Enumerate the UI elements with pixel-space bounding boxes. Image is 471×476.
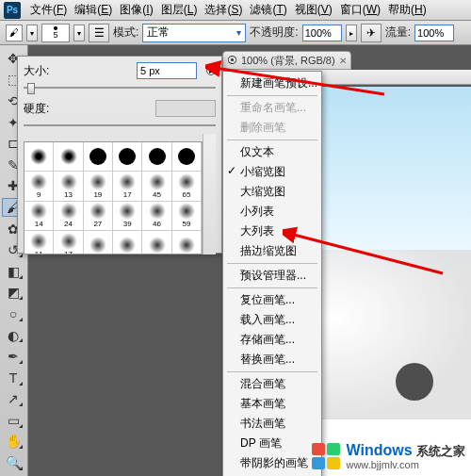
tool-rect[interactable]: ▭ (2, 411, 24, 430)
brush-preset-cell[interactable] (84, 231, 113, 254)
brush-hardness-input[interactable] (155, 100, 216, 117)
brush-hardness-slider[interactable] (24, 121, 216, 130)
brush-preset-cell[interactable]: 59 (172, 202, 202, 231)
brush-preset-cell[interactable]: 19 (84, 172, 113, 201)
brush-preset-picker[interactable]: 5 (41, 24, 70, 42)
menu-item[interactable]: ✓小缩览图 (223, 162, 321, 182)
menu-item[interactable]: 小列表 (223, 202, 321, 222)
menu-item[interactable]: 书法画笔 (223, 414, 321, 434)
brush-preset-cell[interactable] (142, 142, 171, 172)
menu-s[interactable]: 选择(S) (201, 2, 246, 18)
brush-preset-cell[interactable] (84, 142, 113, 172)
document-tab[interactable]: ⦿ 100% (背景, RGB/8) ✕ (222, 51, 351, 70)
brush-preset-cell[interactable] (172, 142, 202, 172)
menubar: Ps 文件(F)编辑(E)图像(I)图层(L)选择(S)滤镜(T)视图(V)窗口… (0, 0, 471, 21)
brush-preset-cell[interactable] (24, 142, 54, 172)
brush-preset-cell[interactable]: 11 (24, 231, 54, 254)
app-logo: Ps (4, 2, 21, 19)
menu-item[interactable]: 基本画笔 (223, 394, 321, 414)
brush-panel-toggle[interactable]: ☰ (89, 24, 109, 42)
brush-preset-cell[interactable]: 27 (84, 202, 113, 231)
scrollbar[interactable] (203, 134, 216, 254)
opacity-arrow[interactable]: ▸ (346, 25, 357, 41)
brush-preset-cell[interactable]: 24 (54, 202, 83, 231)
menu-item[interactable]: 替换画笔 (223, 350, 321, 369)
menu-item[interactable]: 载入画笔 (223, 310, 321, 330)
menu-item[interactable]: 混合画笔 (223, 374, 321, 394)
opacity-label: 不透明度: (250, 25, 298, 41)
flow-label: 流量: (385, 25, 411, 41)
brush-preset-cell[interactable]: 46 (142, 202, 171, 231)
tool-pen[interactable]: ✒ (2, 347, 24, 366)
tool-hand[interactable]: ✋ (2, 433, 24, 451)
menu-item[interactable]: 预设管理器 (223, 266, 321, 286)
menu-item[interactable]: 存储画笔 (223, 330, 321, 350)
brush-preset-cell[interactable]: 17 (113, 172, 142, 201)
menu-f[interactable]: 文件(F) (26, 2, 71, 18)
menu-item[interactable]: 带阴影的画笔 (223, 453, 321, 473)
airbrush-toggle[interactable]: ✈ (361, 24, 382, 42)
brush-preset-cell[interactable]: 9 (24, 172, 54, 201)
tool-type[interactable]: T (2, 369, 24, 387)
mode-label: 模式: (113, 25, 138, 41)
menu-separator (227, 287, 317, 288)
menu-w[interactable]: 窗口(W) (336, 2, 384, 18)
tool-eraser[interactable]: ◧ (2, 262, 24, 281)
menu-item[interactable]: 大列表 (223, 222, 321, 241)
tool-zoom[interactable]: 🔍 (2, 453, 24, 472)
tool-dodge[interactable]: ◐ (2, 326, 24, 345)
watermark-logo-icon (312, 443, 340, 469)
tool-preset-dropdown[interactable]: ▾ (26, 25, 38, 41)
tool-blur[interactable]: ○ (2, 304, 24, 323)
document-title: 100% (背景, RGB/8) (241, 54, 335, 68)
menu-v[interactable]: 视图(V) (291, 2, 336, 18)
brush-size-number: 5 (53, 31, 57, 40)
brush-preset-cell[interactable]: 45 (142, 172, 171, 201)
menu-h[interactable]: 帮助(H) (384, 2, 430, 18)
tool-gradient[interactable]: ◩ (2, 284, 24, 303)
menu-e[interactable]: 编辑(E) (71, 2, 116, 18)
menu-l[interactable]: 图层(L) (157, 2, 202, 18)
tool-preset-picker[interactable]: 🖌 (6, 25, 23, 41)
brush-preset-popup: 大小: 5 px ▸ 硬度: 9131917456514242739465911… (17, 56, 222, 254)
brush-preset-dropdown[interactable]: ▾ (73, 25, 85, 41)
menu-item[interactable]: 大缩览图 (223, 182, 321, 202)
menu-item[interactable]: 新建画笔预设 (223, 74, 321, 93)
menu-separator (227, 140, 317, 140)
brush-hardness-label: 硬度: (24, 101, 59, 117)
menu-separator (227, 371, 317, 372)
brush-preset-cell[interactable] (113, 142, 142, 172)
brush-preset-grid[interactable]: 913191745651424273946591117 (24, 141, 203, 254)
menu-i[interactable]: 图像(I) (116, 2, 156, 18)
brush-size-input[interactable]: 5 px (137, 62, 197, 79)
menu-separator (227, 95, 317, 96)
menu-item[interactable]: DP 画笔 (223, 434, 321, 453)
brush-preset-cell[interactable]: 65 (172, 172, 202, 201)
brush-preset-cell[interactable] (142, 231, 171, 254)
zoom-icon: ⦿ (227, 55, 237, 66)
menu-item[interactable]: 仅文本 (223, 142, 321, 162)
tool-path[interactable]: ↗ (2, 390, 24, 409)
menu-item[interactable]: 复位画笔 (223, 290, 321, 310)
brush-preset-cell[interactable]: 17 (54, 231, 83, 254)
menu-t[interactable]: 滤镜(T) (246, 2, 290, 18)
brush-preset-cell[interactable]: 39 (113, 202, 142, 231)
opacity-field[interactable]: 100% (302, 25, 342, 41)
menu-item: 删除画笔 (223, 118, 321, 138)
brush-preset-cell[interactable] (172, 231, 202, 254)
brush-size-slider[interactable] (24, 83, 216, 92)
brush-flyout-menu: 新建画笔预设重命名画笔删除画笔仅文本✓小缩览图大缩览图小列表大列表描边缩览图预设… (222, 71, 322, 476)
close-tab-icon[interactable]: ✕ (339, 56, 347, 66)
brush-size-label: 大小: (24, 63, 59, 79)
brush-preset-cell[interactable] (113, 231, 142, 254)
menu-item[interactable]: 描边缩览图 (223, 241, 321, 261)
flow-field[interactable]: 100% (414, 25, 454, 41)
brush-preset-cell[interactable]: 14 (24, 202, 54, 231)
check-icon: ✓ (227, 164, 236, 177)
slider-thumb[interactable] (27, 83, 35, 94)
flyout-menu-button[interactable]: ▸ (206, 66, 216, 75)
options-bar: 🖌 ▾ 5 ▾ ☰ 模式: 正常 ▾ 不透明度: 100% ▸ ✈ 流量: 10… (0, 21, 471, 45)
mode-select[interactable]: 正常 ▾ (142, 24, 246, 42)
brush-preset-cell[interactable]: 13 (54, 172, 83, 201)
brush-preset-cell[interactable] (54, 142, 83, 172)
